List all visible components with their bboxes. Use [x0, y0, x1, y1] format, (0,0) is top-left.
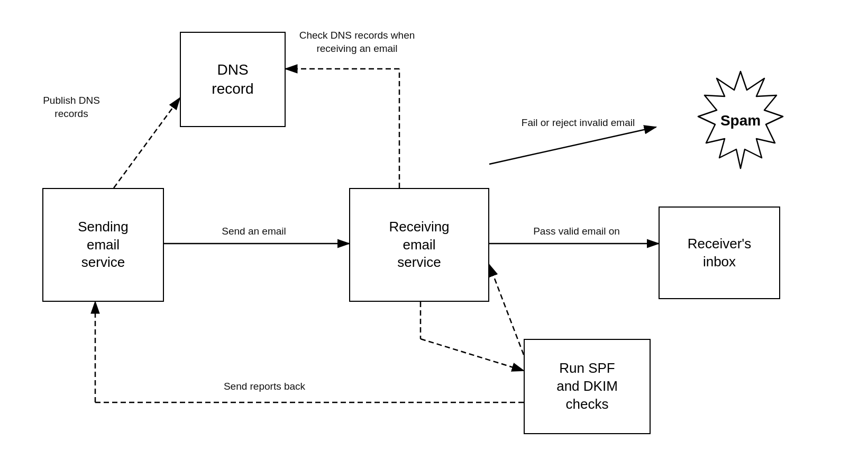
svg-text:Spam: Spam — [720, 112, 761, 129]
pass-valid-label: Pass valid email on — [513, 225, 640, 238]
spf-dkim-label: Run SPF and DKIM checks — [556, 360, 618, 413]
check-dns-label: Check DNS records when receiving an emai… — [288, 29, 426, 55]
spf-dkim-box: Run SPF and DKIM checks — [524, 339, 651, 434]
sending-label: Sending email service — [78, 218, 128, 272]
dns-record-box: DNS record — [180, 32, 286, 127]
receiver-inbox-box: Receiver's inbox — [659, 206, 780, 299]
spf-dkim-arrow — [421, 339, 524, 371]
fail-reject-label: Fail or reject invalid email — [496, 116, 660, 130]
publish-dns-arrow — [114, 98, 180, 188]
email-flow-diagram: DNS record Sending email service Receivi… — [0, 0, 868, 467]
publish-dns-label: Publish DNS records — [29, 94, 114, 120]
spam-burst-svg: Spam — [688, 69, 793, 175]
inbox-label: Receiver's inbox — [688, 235, 752, 271]
send-reports-label: Send reports back — [201, 380, 328, 393]
sending-email-box: Sending email service — [42, 188, 164, 302]
fail-reject-arrow — [489, 127, 656, 164]
dns-record-label: DNS record — [212, 60, 253, 99]
receiving-label: Receiving email service — [389, 218, 449, 272]
spf-back-arrow — [489, 265, 524, 355]
receiving-email-box: Receiving email service — [349, 188, 489, 302]
send-email-label: Send an email — [201, 225, 307, 238]
